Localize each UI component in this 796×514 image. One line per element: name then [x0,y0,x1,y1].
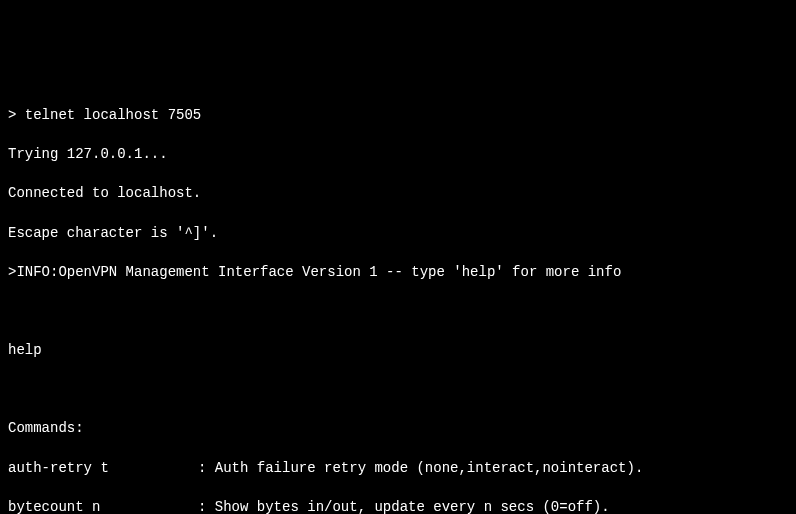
prompt-line: > telnet localhost 7505 [8,106,788,126]
blank-line [8,380,788,400]
command-desc: Show bytes in/out, update every n secs (… [215,498,610,514]
terminal[interactable]: > telnet localhost 7505 Trying 127.0.0.1… [8,86,788,514]
command-name: auth-retry t [8,459,198,479]
help-typed: help [8,341,788,361]
command-desc: Auth failure retry mode (none,interact,n… [215,459,643,479]
command-sep: : [198,498,215,514]
command-row: auth-retry t: Auth failure retry mode (n… [8,459,788,479]
connecting-line: Connected to localhost. [8,184,788,204]
command-sep: : [198,459,215,479]
command-row: bytecount n: Show bytes in/out, update e… [8,498,788,514]
info-line: >INFO:OpenVPN Management Interface Versi… [8,263,788,283]
commands-header: Commands: [8,419,788,439]
connecting-line: Trying 127.0.0.1... [8,145,788,165]
blank-line [8,302,788,322]
connecting-line: Escape character is '^]'. [8,224,788,244]
command-name: bytecount n [8,498,198,514]
